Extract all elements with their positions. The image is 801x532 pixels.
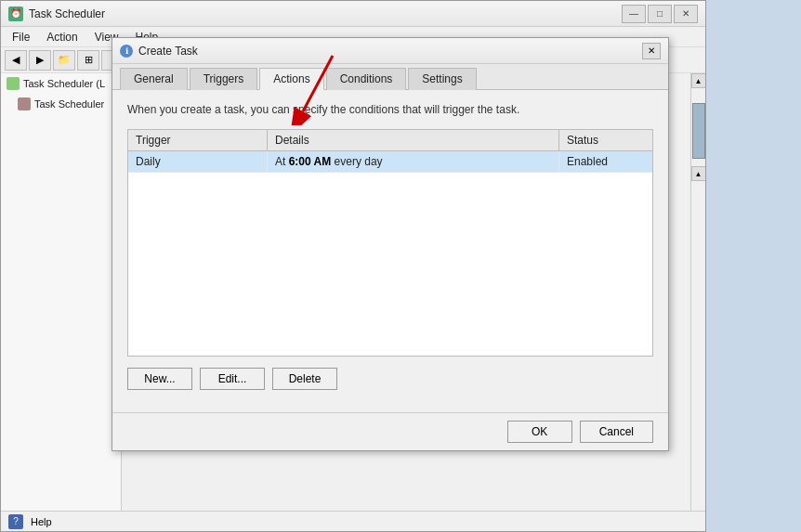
dialog-footer: OK Cancel <box>112 412 668 450</box>
help-icon: ? <box>8 514 23 529</box>
task-scheduler-child-icon <box>18 97 31 110</box>
dialog-tabs: General Triggers Actions Conditions Sett… <box>112 64 668 90</box>
dialog-icon: ℹ <box>120 45 133 58</box>
outer-titlebar: ⏰ Task Scheduler — □ ✕ <box>1 1 705 27</box>
create-task-dialog: ℹ Create Task ✕ General Triggers Actions… <box>112 37 669 451</box>
app-title: Task Scheduler <box>29 7 616 20</box>
close-button[interactable]: ✕ <box>674 5 698 23</box>
maximize-button[interactable]: □ <box>648 5 672 23</box>
folder-button[interactable]: 📁 <box>53 50 75 71</box>
back-button[interactable]: ◀ <box>5 50 27 71</box>
statusbar-help-label: Help <box>31 516 52 527</box>
properties-button[interactable]: ⊞ <box>77 50 99 71</box>
dialog-close-button[interactable]: ✕ <box>642 43 661 59</box>
tab-settings[interactable]: Settings <box>408 68 476 90</box>
cancel-button[interactable]: Cancel <box>580 421 653 443</box>
action-buttons: New... Edit... Delete <box>127 368 653 390</box>
sidebar-item-child[interactable]: Task Scheduler <box>1 94 121 114</box>
task-scheduler-icon <box>7 77 20 90</box>
sidebar-item-child-label: Task Scheduler <box>34 98 104 110</box>
new-button[interactable]: New... <box>127 368 192 390</box>
dialog-title: Create Task <box>138 45 637 58</box>
col-details: Details <box>268 130 559 150</box>
cell-trigger: Daily <box>128 151 268 172</box>
scroll-up-arrow[interactable]: ▲ <box>691 73 706 88</box>
ok-button[interactable]: OK <box>507 421 572 443</box>
triggers-table: Trigger Details Status Daily At 6:00 AM … <box>127 129 653 357</box>
col-status: Status <box>559 130 652 150</box>
cell-details: At 6:00 AM every day <box>268 151 559 172</box>
statusbar: ? Help <box>1 511 705 531</box>
dialog-titlebar: ℹ Create Task ✕ <box>112 38 668 64</box>
scroll-down-arrow[interactable]: ▲ <box>691 166 706 181</box>
edit-button[interactable]: Edit... <box>200 368 265 390</box>
right-scrollbar: ▲ ▲ <box>690 73 705 531</box>
cell-status: Enabled <box>559 151 652 172</box>
description-text: When you create a task, you can specify … <box>127 101 653 118</box>
col-trigger: Trigger <box>128 130 268 150</box>
delete-button[interactable]: Delete <box>272 368 337 390</box>
tab-general[interactable]: General <box>120 68 188 90</box>
menu-action[interactable]: Action <box>39 29 85 45</box>
scroll-thumb[interactable] <box>692 103 705 159</box>
time-value: 6:00 AM <box>289 155 332 168</box>
table-body: Daily At 6:00 AM every day Enabled <box>128 151 652 356</box>
tab-triggers[interactable]: Triggers <box>190 68 258 90</box>
table-row[interactable]: Daily At 6:00 AM every day Enabled <box>128 151 652 173</box>
tab-conditions[interactable]: Conditions <box>326 68 407 90</box>
titlebar-controls: — □ ✕ <box>622 5 698 23</box>
table-header: Trigger Details Status <box>128 130 652 151</box>
sidebar-item-root-label: Task Scheduler (L <box>23 78 105 89</box>
sidebar-item-root[interactable]: Task Scheduler (L <box>1 73 121 94</box>
menu-file[interactable]: File <box>5 29 37 45</box>
forward-button[interactable]: ▶ <box>29 50 51 71</box>
app-icon: ⏰ <box>8 6 23 21</box>
dialog-content: When you create a task, you can specify … <box>112 90 668 412</box>
sidebar: Task Scheduler (L Task Scheduler <box>1 73 122 531</box>
tab-actions[interactable]: Actions <box>259 68 323 90</box>
minimize-button[interactable]: — <box>622 5 646 23</box>
